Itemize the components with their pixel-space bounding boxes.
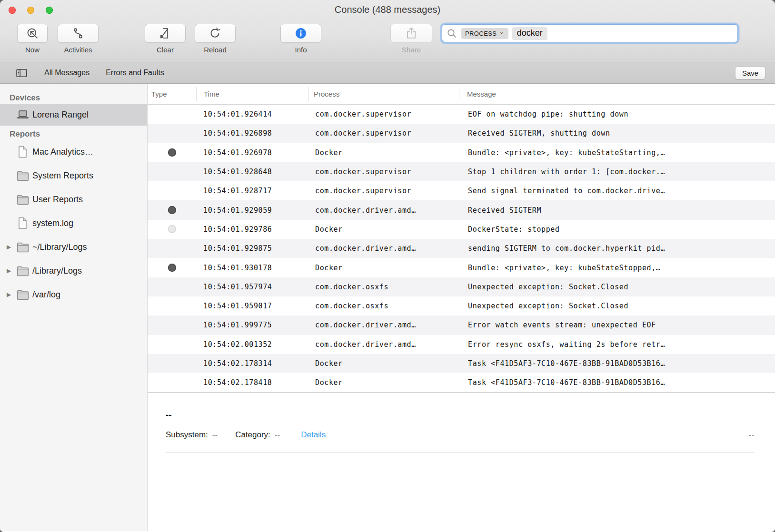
log-pane: Type Time Process Message 10:54:01.92641…: [148, 84, 775, 531]
log-level-dot: [168, 264, 176, 272]
category-label: Category:: [235, 430, 270, 440]
chevron-down-icon: ⌄: [499, 30, 504, 34]
activities-icon: [71, 26, 85, 40]
document-icon: [16, 145, 29, 158]
message-cell: Received SIGTERM, shutting down: [459, 124, 775, 143]
type-cell: [148, 335, 196, 354]
log-level-dot: [168, 225, 176, 233]
folder-icon: [16, 170, 30, 181]
tab-errors-and-faults[interactable]: Errors and Faults: [106, 69, 164, 77]
sidebar-item-var-log[interactable]: ▶ /var/log: [0, 283, 147, 306]
table-row[interactable]: 10:54:01.929059 com.docker.driver.amd… R…: [148, 200, 775, 219]
time-cell: 10:54:01.929059: [196, 200, 308, 219]
detail-subsystem: Subsystem: --: [166, 430, 218, 440]
share-icon: [404, 26, 418, 40]
clear-icon: [158, 26, 172, 40]
sidebar-section-header: Reports: [10, 129, 147, 139]
sidebar: Devices ▶ Lorena Rangel Reports ▶ Mac An…: [0, 84, 148, 531]
sidebar-item-lorena-rangel[interactable]: ▶ Lorena Rangel: [0, 104, 147, 126]
type-cell: [148, 162, 196, 181]
message-cell: Task <F41D5AF3-7C10-467E-83BB-91BAD0D53B…: [459, 354, 775, 373]
table-row[interactable]: 10:54:01.999775 com.docker.driver.amd… E…: [148, 315, 775, 335]
column-header-type[interactable]: Type: [148, 87, 196, 101]
table-header: Type Time Process Message: [148, 84, 775, 105]
document-icon: [16, 217, 29, 230]
sidebar-section-header: Devices: [10, 93, 147, 103]
process-cell: com.docker.driver.amd…: [308, 335, 459, 354]
disclosure-triangle-icon[interactable]: ▶: [6, 291, 16, 298]
search-field[interactable]: PROCESS ⌄ docker: [442, 24, 738, 42]
detail-divider: [166, 453, 754, 453]
process-cell: com.docker.supervisor: [308, 124, 459, 143]
message-cell: Unexpected exception: Socket.Closed: [459, 296, 775, 315]
table-row[interactable]: 10:54:01.926978 Docker Bundle: <private>…: [148, 143, 775, 162]
now-button[interactable]: Now: [17, 24, 48, 54]
process-cell: Docker: [308, 220, 459, 239]
save-button[interactable]: Save: [735, 67, 765, 79]
content-area: Devices ▶ Lorena Rangel Reports ▶ Mac An…: [0, 84, 775, 531]
folder-icon: [16, 194, 30, 205]
message-cell: Stop 1 children with order 1: [com.docke…: [459, 162, 775, 181]
table-row[interactable]: 10:54:01.929786 Docker DockerState: stop…: [148, 220, 775, 239]
table-row[interactable]: 10:54:01.928648 com.docker.supervisor St…: [148, 162, 775, 181]
table-row[interactable]: 10:54:01.959017 com.docker.osxfs Unexpec…: [148, 296, 775, 315]
column-header-time[interactable]: Time: [196, 87, 308, 101]
process-cell: com.docker.supervisor: [308, 162, 459, 181]
type-cell: [148, 143, 196, 162]
table-row[interactable]: 10:54:01.929875 com.docker.driver.amd… s…: [148, 239, 775, 258]
details-link[interactable]: Details: [301, 430, 326, 440]
table-row[interactable]: 10:54:01.926898 com.docker.supervisor Re…: [148, 124, 775, 143]
sidebar-item-library-logs[interactable]: ▶ ~/Library/Logs: [0, 235, 147, 259]
time-cell: 10:54:01.926898: [196, 124, 308, 143]
message-cell: Error resync osxfs, waiting 2s before re…: [459, 335, 775, 354]
table-row[interactable]: 10:54:01.926414 com.docker.supervisor EO…: [148, 105, 775, 124]
sidebar-toggle-button[interactable]: [15, 67, 28, 79]
clear-button[interactable]: Clear: [145, 24, 186, 54]
laptop-icon: [16, 109, 30, 120]
log-level-dot: [168, 148, 176, 157]
table-row[interactable]: 10:54:01.957974 com.docker.osxfs Unexpec…: [148, 277, 775, 296]
process-cell: Docker: [308, 373, 459, 392]
message-cell: sending SIGTERM to com.docker.hyperkit p…: [459, 239, 775, 258]
info-icon: [294, 26, 308, 40]
column-header-process[interactable]: Process: [308, 87, 459, 101]
process-cell: com.docker.osxfs: [308, 296, 459, 315]
process-cell: com.docker.driver.amd…: [308, 315, 459, 335]
disclosure-triangle-icon[interactable]: ▶: [6, 267, 16, 274]
filter-bar: All Messages Errors and Faults Save: [0, 62, 775, 84]
search-filter-token[interactable]: PROCESS ⌄: [461, 28, 508, 39]
search-term-token[interactable]: docker: [512, 27, 547, 40]
table-row[interactable]: 10:54:02.178314 Docker Task <F41D5AF3-7C…: [148, 354, 775, 373]
table-row[interactable]: 10:54:02.001352 com.docker.driver.amd… E…: [148, 335, 775, 354]
activities-button[interactable]: Activities: [58, 24, 99, 54]
console-window: Console (488 messages) Now Activities Cl…: [0, 0, 775, 532]
table-row[interactable]: 10:54:01.930178 Docker Bundle: <private>…: [148, 258, 775, 277]
time-cell: 10:54:01.999775: [196, 315, 308, 335]
disclosure-triangle-icon[interactable]: ▶: [6, 244, 16, 250]
sidebar-item-mac-analytics[interactable]: ▶ Mac Analytics…: [0, 140, 147, 164]
window-title: Console (488 messages): [0, 4, 775, 15]
column-header-message[interactable]: Message: [459, 87, 775, 101]
message-cell: EOF on watchdog pipe: shutting down: [459, 105, 775, 124]
table-row[interactable]: 10:54:01.928717 com.docker.supervisor Se…: [148, 181, 775, 200]
process-cell: com.docker.driver.amd…: [308, 239, 459, 258]
sidebar-item-system-log[interactable]: ▶ system.log: [0, 211, 147, 235]
type-cell: [148, 239, 196, 258]
sidebar-item-system-reports[interactable]: ▶ System Reports: [0, 164, 147, 187]
message-cell: Error watch events stream: unexpected EO…: [459, 315, 775, 335]
tab-all-messages[interactable]: All Messages: [44, 69, 89, 77]
time-cell: 10:54:02.178418: [196, 373, 308, 392]
folder-icon: [16, 289, 30, 300]
subsystem-value: --: [212, 430, 218, 440]
process-cell: com.docker.supervisor: [308, 105, 459, 124]
time-cell: 10:54:01.930178: [196, 258, 308, 277]
sidebar-item-user-reports[interactable]: ▶ User Reports: [0, 187, 147, 211]
table-row[interactable]: 10:54:02.178418 Docker Task <F41D5AF3-7C…: [148, 373, 775, 392]
info-button[interactable]: Info: [280, 24, 321, 54]
process-cell: com.docker.driver.amd…: [308, 200, 459, 219]
type-cell: [148, 200, 196, 219]
sidebar-item-library-logs[interactable]: ▶ /Library/Logs: [0, 259, 147, 283]
share-button: Share: [390, 24, 432, 54]
subsystem-label: Subsystem:: [166, 430, 208, 440]
reload-button[interactable]: Reload: [195, 24, 236, 54]
